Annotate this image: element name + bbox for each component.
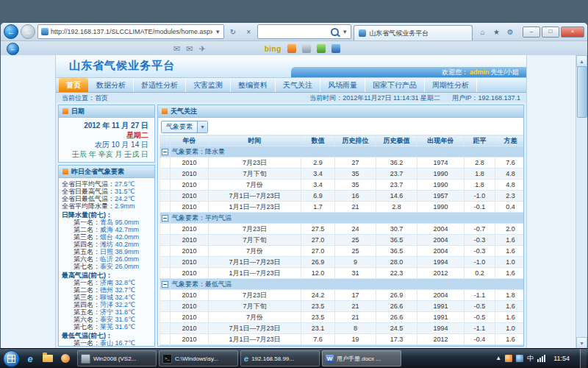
table-cell: 7.6 <box>301 334 335 345</box>
table-section-row[interactable]: 气象要素：最高气温 <box>160 345 525 347</box>
page-title: 山东省气候业务平台 <box>69 59 175 73</box>
stop-button[interactable]: × <box>242 25 255 38</box>
envelope2-icon[interactable]: ✉ <box>186 45 193 53</box>
explorer-launcher[interactable] <box>40 351 55 366</box>
collapse-icon[interactable] <box>162 281 168 288</box>
table-cell: 7月份 <box>209 246 301 257</box>
tools-button[interactable]: ⚙ <box>504 28 516 36</box>
gray-app-icon[interactable] <box>302 44 311 53</box>
folder-icon <box>43 355 53 362</box>
tray-expand-icon[interactable]: ▲ <box>495 355 501 361</box>
browser-tab[interactable]: 山东省气候业务平台 <box>354 25 473 40</box>
table-cell: 35 <box>335 180 376 191</box>
list-icon <box>62 169 68 174</box>
nav-tab-3[interactable]: 灾害监测 <box>186 78 231 92</box>
table-row[interactable]: 20107月份23.52126.61991-0.51.6 <box>160 312 525 323</box>
weather-table: 年份时间数值历史排位历史极值出现年份距平方差 气象要素：降水量20107月23日… <box>159 135 524 347</box>
taskbar-window-0[interactable]: Win2008 (VS2... <box>77 350 157 367</box>
collapse-icon[interactable] <box>162 149 168 155</box>
summary-line: 全省日最低气温：24.2℃ <box>62 195 151 202</box>
search-dropdown-icon[interactable]: ▼ <box>342 29 348 35</box>
nav-tab-0[interactable]: 首页 <box>59 78 88 92</box>
scrollbar-thumb[interactable] <box>577 66 587 118</box>
search-box[interactable]: ▼ <box>257 24 351 39</box>
table-section-row[interactable]: 气象要素：平均气温 <box>160 213 525 224</box>
address-bar[interactable]: http://192.168.137.1/SLCCLIMATE/modules/… <box>37 24 224 39</box>
home-button[interactable]: ⌂ <box>477 28 489 36</box>
table-cell: 2010 <box>171 180 209 191</box>
url-text[interactable]: http://192.168.137.1/SLCCLIMATE/modules/… <box>51 28 212 35</box>
nav-tab-6[interactable]: 风场雨量 <box>320 78 365 92</box>
table-row[interactable]: 20101月1日—7月23日12.03122.320120.21.6 <box>160 268 525 279</box>
collapse-icon[interactable] <box>162 215 168 222</box>
taskbar-window-3[interactable]: W用户手册.docx ... <box>322 350 401 367</box>
table-section-row[interactable]: 气象要素：最低气温 <box>160 279 525 290</box>
orange-app-icon[interactable] <box>287 44 296 53</box>
vertical-scrollbar[interactable]: ▲ ▼ <box>576 55 587 349</box>
close-button[interactable]: × <box>561 26 584 38</box>
minimize-button[interactable]: – <box>523 26 540 38</box>
table-row[interactable]: 20107月23日27.52430.72004-0.72.0 <box>160 224 525 235</box>
table-cell: 3.4 <box>301 169 335 180</box>
show-desktop-button[interactable] <box>580 349 587 368</box>
ganzhi-line: 壬辰 年 辛亥 月 壬戌 日 <box>65 149 148 159</box>
start-button[interactable] <box>3 350 20 367</box>
back-button[interactable]: ← <box>4 24 18 39</box>
scroll-up-button[interactable]: ▲ <box>576 55 587 67</box>
table-row[interactable]: 20107月下旬23.52126.61991-0.51.6 <box>160 301 525 312</box>
table-row[interactable]: 20101月1日—7月23日1.7212.81990-0.10.4 <box>160 202 525 213</box>
element-filter-dropdown[interactable]: 气象要素 ▼ <box>161 121 208 133</box>
table-cell: 1.6 <box>495 268 525 279</box>
clock[interactable]: 11:54 <box>549 355 574 362</box>
summary-line: 全省日最高气温：31.5℃ <box>62 188 151 195</box>
puzzle-icon[interactable] <box>331 44 340 53</box>
refresh-button[interactable]: ↻ <box>226 25 240 38</box>
ie-launcher[interactable]: e <box>23 351 37 366</box>
blue-orb-icon[interactable]: ← <box>7 43 19 55</box>
table-cell: 21 <box>335 312 376 323</box>
envelope-icon[interactable]: ✉ <box>173 45 180 53</box>
nav-tab-4[interactable]: 整编资料 <box>231 78 276 92</box>
paperplane-icon[interactable]: ✈ <box>198 45 205 53</box>
search-icon[interactable] <box>331 28 339 36</box>
notification-icon[interactable] <box>505 355 512 362</box>
lunar-line: 农历 10 月 14 日 <box>65 140 148 149</box>
nav-tab-7[interactable]: 国家下行产品 <box>365 78 425 92</box>
maximize-button[interactable]: □ <box>542 26 559 38</box>
update-icon[interactable] <box>516 355 523 362</box>
table-cell: 23.5 <box>301 312 335 323</box>
scroll-down-button[interactable]: ▼ <box>576 337 587 349</box>
table-row[interactable]: 20107月下旬27.02536.52004-0.31.6 <box>160 235 525 246</box>
network-icon[interactable] <box>537 355 545 362</box>
minimize-icon: – <box>530 29 533 35</box>
section-title: 天气关注 <box>171 107 197 116</box>
table-cell: 2.0 <box>495 224 525 235</box>
table-row[interactable]: 20107月份27.02536.52004-0.31.6 <box>160 246 525 257</box>
table-row[interactable]: 20107月1日—7月23日6.91614.61957-1.02.3 <box>160 191 525 202</box>
table-row[interactable]: 20107月下旬3.43523.719901.84.8 <box>160 169 525 180</box>
media-launcher[interactable] <box>58 351 73 366</box>
favorites-button[interactable]: ★ <box>491 28 503 36</box>
language-indicator[interactable]: 中 <box>527 354 534 364</box>
table-section-row[interactable]: 气象要素：降水量 <box>160 146 525 158</box>
home-icon: ⌂ <box>481 28 485 36</box>
forward-button[interactable]: → <box>21 24 35 39</box>
weather-table-body: 气象要素：降水量20107月23日2.92736.219742.87.62010… <box>160 146 525 347</box>
table-row[interactable]: 20107月1日—7月23日23.1824.51994-1.11.0 <box>160 323 525 334</box>
nav-tab-2[interactable]: 舒适性分析 <box>134 78 186 92</box>
nav-tab-5[interactable]: 天气关注 <box>276 78 320 92</box>
table-row[interactable]: 20107月23日24.21726.92004-1.11.8 <box>160 290 525 301</box>
table-row[interactable]: 20107月1日—7月23日26.9928.01994-1.01.0 <box>160 257 525 268</box>
taskbar-window-2[interactable]: e192.168.58.99... <box>240 350 320 367</box>
nav-tab-1[interactable]: 数据分析 <box>89 78 134 92</box>
table-row[interactable]: 20107月份3.43523.719901.84.8 <box>160 180 525 191</box>
address-dropdown-icon[interactable]: ▼ <box>215 29 220 35</box>
table-row[interactable]: 20107月23日2.92736.219742.87.6 <box>160 158 525 169</box>
table-cell: 2010 <box>171 334 209 345</box>
nav-tab-8[interactable]: 周期性分析 <box>425 78 477 92</box>
taskbar-window-1[interactable]: >_C:\Windows\sy... <box>159 350 238 367</box>
table-row[interactable]: 20101月1日—7月23日7.61917.32012-0.41.6 <box>160 334 525 345</box>
bing-logo[interactable]: bing <box>265 45 282 53</box>
chevron-down-icon[interactable]: ▼ <box>197 121 207 132</box>
green-app-icon[interactable] <box>317 44 326 53</box>
